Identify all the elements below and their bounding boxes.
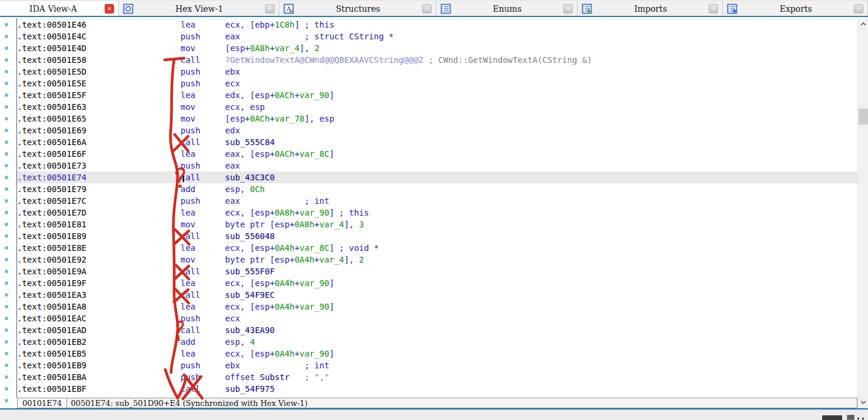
tab-label: Structures bbox=[296, 4, 420, 14]
tab-close-button[interactable]: × bbox=[563, 4, 573, 14]
code-segment: var_4 bbox=[275, 43, 299, 53]
line-marker-dot bbox=[5, 199, 8, 203]
code-segment: ebx bbox=[225, 67, 240, 76]
disasm-line[interactable]: .text:00501E4Cpush eax ; struct CString … bbox=[17, 31, 857, 42]
address: .text:00501E81 bbox=[17, 219, 181, 230]
disasm-line[interactable]: .text:00501E8Elea ecx, [esp+0A4h+var_8C]… bbox=[17, 242, 857, 254]
line-marker-dot bbox=[5, 293, 8, 297]
tab-structures[interactable]: AStructures× bbox=[279, 1, 436, 16]
disasm-line[interactable]: .text:00501EB5lea ecx, [esp+0A4h+var_90] bbox=[17, 348, 857, 359]
disasm-line[interactable]: .text:00501EB2add esp, 4 bbox=[17, 336, 857, 348]
code-segment: ecx, [esp+ bbox=[225, 302, 275, 311]
code-segment: push bbox=[181, 196, 225, 206]
disasm-line[interactable]: .text:00501EB9push ebx ; int bbox=[17, 359, 857, 371]
disasm-line[interactable]: .text:00501E73push eax bbox=[17, 160, 857, 172]
line-marker-dot bbox=[5, 187, 8, 191]
code-segment: 0ACh bbox=[250, 114, 270, 123]
line-marker-dot bbox=[5, 375, 8, 379]
scrollbar-thumb[interactable] bbox=[859, 109, 868, 125]
tab-close-button[interactable]: × bbox=[422, 4, 432, 14]
tab-close-button[interactable]: × bbox=[709, 4, 718, 14]
disasm-line[interactable]: .text:00501E89call sub_556048 bbox=[17, 230, 857, 242]
disasm-line-current[interactable]: .text:00501E74call sub_43C3C0 bbox=[17, 172, 857, 183]
address: .text:00501E74 bbox=[17, 172, 181, 183]
tab-close-button[interactable]: × bbox=[854, 4, 863, 14]
disasm-line[interactable]: .text:00501E6Flea eax, [esp+0ACh+var_8C] bbox=[17, 148, 857, 160]
code-segment: ; this bbox=[305, 20, 335, 29]
tab-close-button[interactable]: × bbox=[105, 4, 114, 14]
address: .text:00501EAD bbox=[17, 324, 181, 336]
code-segment: var_90 bbox=[299, 278, 329, 288]
disasm-line[interactable]: .text:00501EADcall sub_43EA90 bbox=[17, 324, 857, 336]
code-segment: mov bbox=[181, 43, 225, 53]
code-segment: mov bbox=[181, 114, 225, 123]
disasm-line[interactable]: .text:00501E92mov byte ptr [esp+0A4h+var… bbox=[17, 254, 857, 266]
line-marker-dot bbox=[5, 399, 8, 402]
disassembly-listing[interactable]: .text:00501E46lea ecx, [ebp+1C8h] ; this… bbox=[17, 19, 857, 395]
disasm-line[interactable]: .text:00501E5Dpush ebx bbox=[17, 66, 857, 78]
line-marker-dot bbox=[5, 281, 8, 285]
disasm-line[interactable]: .text:00501E4Dmov [esp+0A8h+var_4], 2 bbox=[17, 42, 857, 54]
structures-icon: A bbox=[283, 4, 294, 14]
code-segment: [esp+ bbox=[225, 43, 250, 53]
disasm-line[interactable]: .text:00501E65mov [esp+0ACh+var_78], esp bbox=[17, 113, 857, 125]
tab-imports[interactable]: Imports× bbox=[577, 1, 723, 16]
code-segment: ; "," bbox=[305, 372, 329, 382]
code-segment: push bbox=[181, 32, 225, 41]
disasm-line[interactable]: .text:00501E5Flea edx, [esp+0ACh+var_90] bbox=[17, 89, 857, 101]
code-segment: ecx, [esp+ bbox=[225, 208, 275, 217]
disasm-line[interactable]: .text:00501EBApush offset Substr ; "," bbox=[17, 371, 857, 383]
code-segment: var_78 bbox=[275, 114, 305, 123]
code-segment: ; int bbox=[305, 361, 329, 370]
disasm-line[interactable]: .text:00501E63mov ecx, esp bbox=[17, 101, 857, 113]
disasm-line[interactable]: .text:00501EBFcall sub_54F975 bbox=[17, 383, 857, 395]
disasm-line[interactable]: .text:00501EACpush ecx bbox=[17, 313, 857, 324]
code-segment: ] bbox=[329, 90, 334, 100]
code-segment: ] bbox=[329, 349, 334, 358]
disasm-line[interactable]: .text:00501E46lea ecx, [ebp+1C8h] ; this bbox=[17, 19, 857, 31]
code-segment: eax bbox=[225, 196, 240, 206]
line-marker-dot bbox=[5, 246, 8, 250]
line-marker-dot bbox=[5, 152, 8, 156]
tab-enums[interactable]: Enums× bbox=[436, 1, 577, 16]
disasm-line[interactable]: .text:00501E69push edx bbox=[17, 125, 857, 136]
tab-hex-view-1[interactable]: Hex View-1× bbox=[119, 1, 279, 16]
code-segment: var_4 bbox=[319, 255, 344, 264]
address: .text:00501E7C bbox=[17, 195, 181, 207]
code-segment: var_8C bbox=[299, 243, 329, 253]
address: .text:00501EB9 bbox=[17, 359, 181, 371]
disasm-line[interactable]: .text:00501E6Acall sub_555C84 bbox=[17, 136, 857, 148]
code-segment: var_8C bbox=[299, 149, 329, 159]
disasm-line[interactable]: .text:00501EA3call sub_54F9EC bbox=[17, 289, 857, 301]
code-segment: ecx, [esp+ bbox=[225, 278, 275, 288]
tab-exports[interactable]: Exports× bbox=[723, 1, 868, 16]
scrollbar-down-arrow[interactable] bbox=[858, 398, 868, 407]
code-segment: ] bbox=[329, 149, 334, 159]
disasm-line[interactable]: .text:00501E7Dlea ecx, [esp+0A8h+var_90]… bbox=[17, 207, 857, 219]
disasm-line[interactable]: .text:00501E9Flea ecx, [esp+0A4h+var_90] bbox=[17, 277, 857, 289]
code-segment: ecx bbox=[225, 79, 240, 88]
code-segment: ; CWnd::GetWindowTextA(CString &) bbox=[428, 55, 592, 65]
line-marker-dot bbox=[5, 305, 8, 308]
tab-ida-view-a[interactable]: IDA View-A× bbox=[0, 1, 119, 16]
code-segment: call bbox=[181, 267, 225, 276]
code-segment: + bbox=[315, 255, 319, 264]
disasm-line[interactable]: .text:00501E7Cpush eax ; int bbox=[17, 195, 857, 207]
address: .text:00501E63 bbox=[17, 101, 181, 113]
code-segment: edx, [esp+ bbox=[225, 90, 275, 100]
disasm-line[interactable]: .text:00501E81mov byte ptr [esp+0A8h+var… bbox=[17, 219, 857, 230]
line-marker-dot bbox=[5, 258, 8, 261]
scrollbar-up-arrow[interactable] bbox=[858, 19, 868, 29]
disasm-line[interactable]: .text:00501E58call ?GetWindowTextA@CWnd@… bbox=[17, 54, 857, 66]
disasm-line[interactable]: .text:00501E5Epush ecx bbox=[17, 78, 857, 89]
taskbar-icon bbox=[822, 415, 842, 420]
disasm-line[interactable]: .text:00501EA8lea ecx, [esp+0A4h+var_90] bbox=[17, 301, 857, 313]
address: .text:00501EAC bbox=[17, 313, 181, 324]
code-segment: Substr bbox=[260, 372, 290, 382]
tab-close-button[interactable]: × bbox=[265, 4, 275, 14]
address: .text:00501EB5 bbox=[17, 348, 181, 359]
line-marker-dot bbox=[5, 176, 8, 179]
disasm-line[interactable]: .text:00501E79add esp, 0Ch bbox=[17, 183, 857, 195]
disasm-line[interactable]: .text:00501E9Acall sub_555F0F bbox=[17, 266, 857, 277]
vertical-scrollbar[interactable] bbox=[857, 18, 868, 408]
